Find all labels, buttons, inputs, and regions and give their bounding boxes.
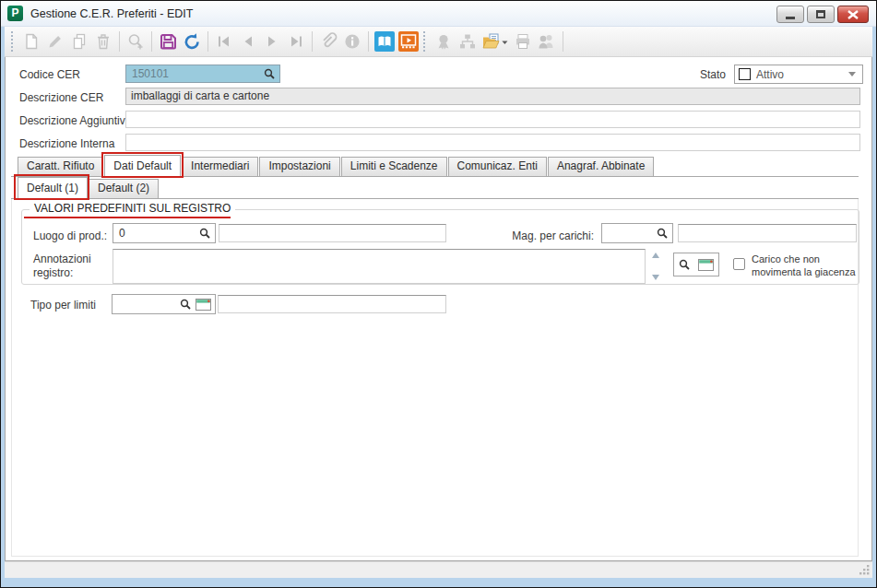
resize-grip[interactable] bbox=[859, 565, 870, 575]
annotazioni-registro-label: Annotazioni registro: bbox=[33, 253, 109, 280]
pencil-icon bbox=[46, 32, 65, 51]
edit-button[interactable] bbox=[43, 29, 67, 53]
open-folder-icon bbox=[481, 32, 509, 51]
stato-value: Attivo bbox=[756, 68, 784, 81]
printer-icon bbox=[514, 32, 532, 51]
open-folder-button[interactable] bbox=[480, 29, 511, 53]
medal-icon bbox=[434, 32, 453, 51]
luogo-di-prod-value: 0 bbox=[117, 227, 199, 240]
video-tutorial-button[interactable] bbox=[397, 29, 421, 53]
toolbar bbox=[5, 27, 872, 57]
luogo-di-prod-field[interactable]: 0 bbox=[113, 223, 216, 243]
descrizione-interna-label: Descrizione Interna bbox=[19, 137, 114, 150]
tab-comunicaz-enti[interactable]: Comunicaz. Enti bbox=[448, 157, 547, 176]
info-icon bbox=[343, 32, 361, 51]
carico-checkbox-label: Carico che non movimenta la giacenza bbox=[752, 253, 859, 278]
find-button[interactable] bbox=[124, 29, 148, 53]
info-button[interactable] bbox=[340, 29, 364, 53]
structure-button[interactable] bbox=[456, 29, 480, 53]
stato-label: Stato bbox=[700, 68, 726, 81]
search-icon[interactable] bbox=[199, 228, 211, 240]
tab-anagraf-abbinate[interactable]: Anagraf. Abbinate bbox=[548, 157, 654, 176]
search-icon[interactable] bbox=[264, 68, 276, 80]
descrizione-aggiuntiva-label: Descrizione Aggiuntiva bbox=[19, 114, 131, 127]
codice-cer-label: Codice CER bbox=[19, 68, 80, 81]
descrizione-aggiuntiva-field[interactable] bbox=[125, 111, 860, 128]
main-tab-strip: Caratt. Rifiuto Dati Default Intermediar… bbox=[11, 155, 859, 177]
tipo-per-limiti-description[interactable] bbox=[218, 295, 446, 313]
mag-per-carichi-label: Mag. per carichi: bbox=[481, 229, 594, 242]
search-icon[interactable] bbox=[679, 259, 691, 271]
users-icon bbox=[537, 32, 557, 51]
first-record-button[interactable] bbox=[212, 29, 236, 53]
search-icon[interactable] bbox=[180, 299, 192, 311]
tab-intermediari[interactable]: Intermediari bbox=[182, 157, 258, 176]
tab-caratt-rifiuto[interactable]: Caratt. Rifiuto bbox=[18, 157, 103, 176]
help-book-icon bbox=[374, 31, 395, 52]
next-record-icon bbox=[264, 33, 280, 50]
chevron-down-icon[interactable] bbox=[848, 72, 856, 76]
print-button[interactable] bbox=[511, 29, 535, 53]
copy-button[interactable] bbox=[67, 29, 91, 53]
minimize-icon bbox=[786, 17, 795, 19]
save-floppy-icon bbox=[159, 32, 178, 52]
new-document-icon bbox=[22, 32, 41, 51]
tipo-per-limiti-label: Tipo per limiti bbox=[30, 299, 96, 312]
tab-dati-default[interactable]: Dati Default bbox=[104, 155, 181, 177]
stato-select[interactable]: Attivo bbox=[734, 65, 863, 84]
annotazioni-spinner[interactable] bbox=[649, 249, 662, 284]
maximize-icon bbox=[816, 10, 825, 18]
annotazioni-lookup-box[interactable] bbox=[673, 253, 719, 276]
copy-icon bbox=[70, 32, 89, 51]
group-title: VALORI PREDEFINITI SUL REGISTRO bbox=[30, 202, 235, 215]
mag-per-carichi-description[interactable] bbox=[678, 224, 857, 242]
last-record-icon bbox=[288, 33, 304, 50]
descrizione-cer-field[interactable]: imballaggi di carta e cartone bbox=[125, 88, 860, 105]
app-window: P Gestione C.E.R. Preferiti - EDIT bbox=[0, 0, 877, 588]
subtab-default-2[interactable]: Default (2) bbox=[89, 179, 159, 198]
previous-record-button[interactable] bbox=[236, 29, 260, 53]
delete-button[interactable] bbox=[91, 29, 115, 53]
search-icon[interactable] bbox=[657, 228, 669, 240]
annotazioni-registro-textarea[interactable] bbox=[113, 249, 646, 284]
spinner-down-icon[interactable] bbox=[652, 275, 659, 280]
main-content: Codice CER 150101 Stato Attivo Descrizio… bbox=[5, 57, 872, 561]
tipo-per-limiti-field[interactable] bbox=[112, 294, 216, 314]
codice-cer-field[interactable]: 150101 bbox=[125, 65, 280, 83]
refresh-button[interactable] bbox=[180, 29, 204, 53]
attachments-button[interactable] bbox=[316, 29, 340, 53]
refresh-icon bbox=[183, 32, 202, 52]
luogo-di-prod-description[interactable] bbox=[219, 224, 446, 242]
new-button[interactable] bbox=[19, 29, 43, 53]
contacts-button[interactable] bbox=[535, 29, 559, 53]
window-picker-icon[interactable] bbox=[698, 259, 714, 271]
descrizione-interna-field[interactable] bbox=[125, 134, 860, 151]
maximize-button[interactable] bbox=[807, 6, 835, 23]
toolbar-grip[interactable] bbox=[11, 31, 14, 52]
carico-checkbox[interactable] bbox=[733, 258, 745, 270]
help-book-button[interactable] bbox=[373, 29, 397, 53]
trash-icon bbox=[94, 32, 113, 51]
certificate-button[interactable] bbox=[432, 29, 456, 53]
save-button[interactable] bbox=[156, 29, 180, 53]
toolbar-grip[interactable] bbox=[423, 31, 426, 52]
mag-per-carichi-field[interactable] bbox=[601, 223, 673, 243]
next-record-button[interactable] bbox=[260, 29, 284, 53]
toolbar-separator bbox=[563, 31, 563, 52]
tab-impostazioni[interactable]: Impostazioni bbox=[259, 157, 339, 176]
previous-record-icon bbox=[240, 33, 256, 50]
last-record-button[interactable] bbox=[284, 29, 308, 53]
close-icon bbox=[847, 10, 859, 19]
subtab-default-1[interactable]: Default (1) bbox=[18, 177, 88, 199]
titlebar[interactable]: P Gestione C.E.R. Preferiti - EDIT bbox=[1, 1, 876, 27]
minimize-button[interactable] bbox=[776, 6, 804, 23]
video-icon bbox=[398, 31, 419, 52]
search-plus-icon bbox=[126, 32, 145, 51]
spinner-up-icon[interactable] bbox=[652, 253, 659, 258]
toolbar-separator bbox=[151, 31, 152, 52]
tab-limiti-e-scadenze[interactable]: Limiti e Scadenze bbox=[341, 157, 447, 176]
toolbar-separator bbox=[368, 31, 369, 52]
toolbar-separator bbox=[312, 31, 313, 52]
close-button[interactable] bbox=[837, 6, 869, 23]
window-picker-icon[interactable] bbox=[196, 299, 211, 311]
